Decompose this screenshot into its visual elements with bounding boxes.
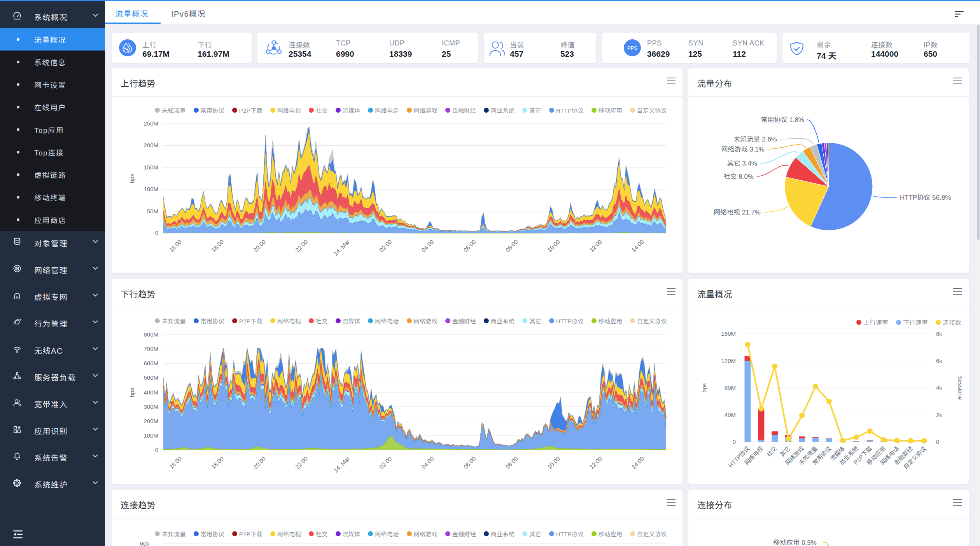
svg-text:120M: 120M: [721, 358, 736, 364]
svg-text:网络游戏 3.1%: 网络游戏 3.1%: [721, 146, 765, 153]
svg-text:02:00: 02:00: [378, 238, 393, 253]
svg-text:22:00: 22:00: [294, 238, 309, 253]
svg-text:HTTP协议 56.8%: HTTP协议 56.8%: [900, 194, 951, 201]
svg-text:bps: bps: [129, 388, 135, 397]
svg-text:0: 0: [155, 447, 158, 453]
svg-text:100M: 100M: [144, 432, 158, 439]
svg-text:0: 0: [155, 230, 158, 236]
svg-text:Session#: Session#: [957, 376, 964, 400]
svg-text:16:00: 16:00: [168, 238, 183, 253]
svg-text:社交: 社交: [765, 445, 778, 458]
svg-text:250M: 250M: [144, 120, 158, 127]
svg-text:800M: 800M: [144, 331, 158, 338]
svg-text:60k: 60k: [140, 540, 150, 546]
svg-text:500M: 500M: [144, 374, 158, 381]
svg-text:08:00: 08:00: [504, 455, 519, 470]
svg-text:8k: 8k: [936, 330, 942, 337]
svg-text:bps: bps: [129, 174, 135, 183]
svg-text:12:00: 12:00: [588, 238, 604, 253]
svg-text:2k: 2k: [936, 412, 942, 418]
svg-text:100M: 100M: [144, 186, 158, 192]
svg-text:20:00: 20:00: [252, 238, 267, 253]
svg-text:400M: 400M: [144, 389, 158, 396]
svg-text:18:00: 18:00: [210, 455, 225, 470]
svg-text:6k: 6k: [936, 358, 942, 364]
svg-text:04:00: 04:00: [420, 455, 435, 470]
svg-text:14:00: 14:00: [630, 238, 646, 253]
svg-text:0: 0: [936, 438, 939, 445]
svg-text:0: 0: [733, 438, 736, 445]
svg-text:4k: 4k: [936, 384, 942, 391]
svg-text:200M: 200M: [144, 142, 158, 148]
svg-text:18:00: 18:00: [210, 238, 225, 253]
svg-text:10:00: 10:00: [546, 455, 561, 470]
svg-text:社交 8.0%: 社交 8.0%: [724, 173, 754, 180]
svg-text:600M: 600M: [144, 360, 158, 366]
svg-text:22:00: 22:00: [294, 455, 309, 470]
svg-text:06:00: 06:00: [462, 455, 477, 470]
svg-text:700M: 700M: [144, 345, 158, 352]
svg-text:10:00: 10:00: [546, 238, 561, 253]
svg-text:40M: 40M: [724, 412, 736, 418]
svg-text:移动应用 0.5%: 移动应用 0.5%: [774, 539, 817, 546]
svg-text:150M: 150M: [144, 164, 158, 171]
svg-text:14. Mar: 14. Mar: [332, 455, 351, 474]
svg-text:04:00: 04:00: [420, 238, 435, 253]
svg-text:网络电视 21.7%: 网络电视 21.7%: [714, 209, 761, 216]
svg-text:16:00: 16:00: [168, 455, 183, 470]
svg-text:160M: 160M: [721, 330, 736, 337]
svg-text:其它 3.4%: 其它 3.4%: [727, 160, 757, 167]
svg-text:12:00: 12:00: [588, 455, 604, 470]
svg-text:200M: 200M: [144, 418, 158, 424]
svg-text:bps: bps: [701, 383, 707, 392]
svg-text:14:00: 14:00: [630, 455, 646, 470]
svg-text:02:00: 02:00: [378, 455, 393, 470]
svg-text:14. Mar: 14. Mar: [332, 238, 351, 257]
svg-text:08:00: 08:00: [504, 238, 519, 253]
svg-text:20:00: 20:00: [252, 455, 267, 470]
svg-text:未知流量 2.6%: 未知流量 2.6%: [734, 136, 777, 143]
svg-text:80M: 80M: [724, 384, 736, 391]
svg-text:50M: 50M: [147, 208, 158, 215]
svg-text:PPS: PPS: [627, 45, 637, 51]
svg-text:06:00: 06:00: [462, 238, 477, 253]
svg-text:常用协议 1.8%: 常用协议 1.8%: [761, 116, 804, 124]
svg-text:300M: 300M: [144, 403, 158, 410]
